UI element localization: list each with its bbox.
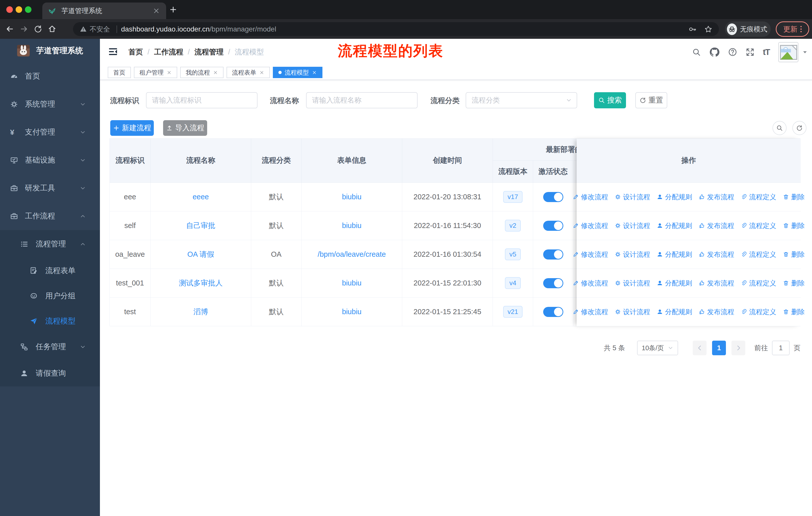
help-icon[interactable] xyxy=(728,47,737,57)
process-definition-link[interactable]: 流程定义 xyxy=(741,250,776,259)
close-window-button[interactable] xyxy=(6,6,13,13)
active-toggle[interactable] xyxy=(543,221,563,231)
sidebar-item-workflow[interactable]: 工作流程 xyxy=(0,202,100,230)
maximize-window-button[interactable] xyxy=(25,6,31,13)
close-tag-icon[interactable] xyxy=(167,70,172,75)
form-link[interactable]: /bpm/oa/leave/create xyxy=(318,250,386,259)
update-browser-button[interactable]: 更新 xyxy=(776,21,809,37)
tag-process-form[interactable]: 流程表单 xyxy=(227,67,270,78)
active-toggle[interactable] xyxy=(543,249,563,260)
tag-tenant[interactable]: 租户管理 xyxy=(134,67,177,78)
active-toggle[interactable] xyxy=(543,307,563,317)
version-badge[interactable]: v21 xyxy=(503,306,523,318)
breadcrumb-workflow[interactable]: 工作流程 xyxy=(154,47,183,57)
sidebar-item-task-mgmt[interactable]: 任务管理 xyxy=(0,333,100,360)
breadcrumb-process-mgmt[interactable]: 流程管理 xyxy=(194,47,224,57)
process-definition-link[interactable]: 流程定义 xyxy=(741,192,776,201)
form-link[interactable]: biubiu xyxy=(342,193,361,201)
reload-icon[interactable] xyxy=(34,25,42,33)
address-bar[interactable]: 不安全 dashboard.yudao.iocoder.cn/bpm/manag… xyxy=(73,22,719,36)
reset-button[interactable]: 重置 xyxy=(635,92,667,108)
sidebar-item-user-group[interactable]: 用户分组 xyxy=(0,283,100,308)
assign-rule-link[interactable]: 分配规则 xyxy=(657,307,692,317)
edit-process-link[interactable]: 修改流程 xyxy=(573,307,608,317)
sidebar-item-home[interactable]: 首页 xyxy=(0,62,100,90)
category-select[interactable]: 流程分类 xyxy=(466,92,577,108)
breadcrumb-home[interactable]: 首页 xyxy=(128,47,143,57)
page-1-button[interactable]: 1 xyxy=(712,341,726,355)
sidebar-item-process-form[interactable]: 流程表单 xyxy=(0,258,100,283)
assign-rule-link[interactable]: 分配规则 xyxy=(657,221,692,230)
password-key-icon[interactable] xyxy=(689,25,697,33)
design-process-link[interactable]: 设计流程 xyxy=(615,221,650,230)
design-process-link[interactable]: 设计流程 xyxy=(615,192,650,201)
create-process-button[interactable]: 新建流程 xyxy=(110,120,154,136)
next-page-button[interactable] xyxy=(731,341,745,355)
forward-icon[interactable] xyxy=(20,25,28,33)
collapse-sidebar-icon[interactable] xyxy=(108,47,118,56)
import-process-button[interactable]: 导入流程 xyxy=(163,120,207,136)
sidebar-item-process-mgmt[interactable]: 流程管理 xyxy=(0,230,100,258)
search-button[interactable]: 搜索 xyxy=(594,92,626,108)
version-badge[interactable]: v5 xyxy=(505,248,521,260)
new-tab-icon[interactable] xyxy=(169,5,177,13)
form-link[interactable]: biubiu xyxy=(342,279,361,287)
process-name-link[interactable]: 自己审批 xyxy=(186,221,215,231)
user-avatar[interactable] xyxy=(778,42,799,62)
fullscreen-icon[interactable] xyxy=(746,48,754,56)
window-controls[interactable] xyxy=(6,6,31,13)
delete-link[interactable]: 删除 xyxy=(783,192,805,201)
active-toggle[interactable] xyxy=(543,278,563,288)
prev-page-button[interactable] xyxy=(693,341,706,355)
home-icon[interactable] xyxy=(48,25,56,33)
sidebar-item-payment[interactable]: ¥ 支付管理 xyxy=(0,118,100,146)
sidebar-item-system[interactable]: 系统管理 xyxy=(0,90,100,118)
not-secure-shield-icon[interactable] xyxy=(80,25,87,33)
edit-process-link[interactable]: 修改流程 xyxy=(573,192,608,201)
assign-rule-link[interactable]: 分配规则 xyxy=(657,250,692,259)
form-link[interactable]: biubiu xyxy=(342,308,361,316)
process-key-input[interactable] xyxy=(146,92,258,108)
delete-link[interactable]: 删除 xyxy=(783,250,805,259)
form-link[interactable]: biubiu xyxy=(342,221,361,230)
assign-rule-link[interactable]: 分配规则 xyxy=(657,192,692,201)
page-size-select[interactable]: 10条/页 xyxy=(637,341,678,355)
tag-my-process[interactable]: 我的流程 xyxy=(180,67,224,78)
bookmark-star-icon[interactable] xyxy=(704,25,712,33)
process-name-link[interactable]: OA 请假 xyxy=(187,249,214,260)
process-definition-link[interactable]: 流程定义 xyxy=(741,279,776,288)
process-definition-link[interactable]: 流程定义 xyxy=(741,221,776,230)
caret-down-icon[interactable] xyxy=(802,49,809,56)
close-tab-icon[interactable] xyxy=(152,7,160,15)
process-name-link[interactable]: 测试多审批人 xyxy=(179,278,223,288)
sidebar-item-leave-query[interactable]: 请假查询 xyxy=(0,360,100,386)
design-process-link[interactable]: 设计流程 xyxy=(615,307,650,317)
close-tag-icon[interactable] xyxy=(259,70,264,75)
publish-process-link[interactable]: 发布流程 xyxy=(699,221,734,230)
edit-process-link[interactable]: 修改流程 xyxy=(573,250,608,259)
delete-link[interactable]: 删除 xyxy=(783,307,805,317)
design-process-link[interactable]: 设计流程 xyxy=(615,250,650,259)
delete-link[interactable]: 删除 xyxy=(783,221,805,230)
process-definition-link[interactable]: 流程定义 xyxy=(741,307,776,317)
tag-process-model-active[interactable]: 流程模型 xyxy=(273,67,322,78)
version-badge[interactable]: v2 xyxy=(505,220,521,232)
close-tag-icon[interactable] xyxy=(312,70,317,75)
sidebar-item-infra[interactable]: 基础设施 xyxy=(0,146,100,174)
version-badge[interactable]: v17 xyxy=(503,191,523,203)
browser-tab[interactable]: 芋道管理系统 xyxy=(42,2,166,19)
edit-process-link[interactable]: 修改流程 xyxy=(573,221,608,230)
publish-process-link[interactable]: 发布流程 xyxy=(699,250,734,259)
process-name-input[interactable] xyxy=(306,92,417,108)
process-name-link[interactable]: 滔博 xyxy=(194,307,208,317)
search-icon[interactable] xyxy=(692,48,701,56)
publish-process-link[interactable]: 发布流程 xyxy=(699,279,734,288)
process-name-link[interactable]: eeee xyxy=(193,193,209,201)
publish-process-link[interactable]: 发布流程 xyxy=(699,192,734,201)
refresh-table-button[interactable] xyxy=(792,121,807,135)
font-size-icon[interactable]: tT xyxy=(763,47,770,57)
assign-rule-link[interactable]: 分配规则 xyxy=(657,279,692,288)
github-icon[interactable] xyxy=(709,47,719,57)
browser-menu-icon[interactable] xyxy=(801,26,802,32)
back-icon[interactable] xyxy=(5,25,14,33)
